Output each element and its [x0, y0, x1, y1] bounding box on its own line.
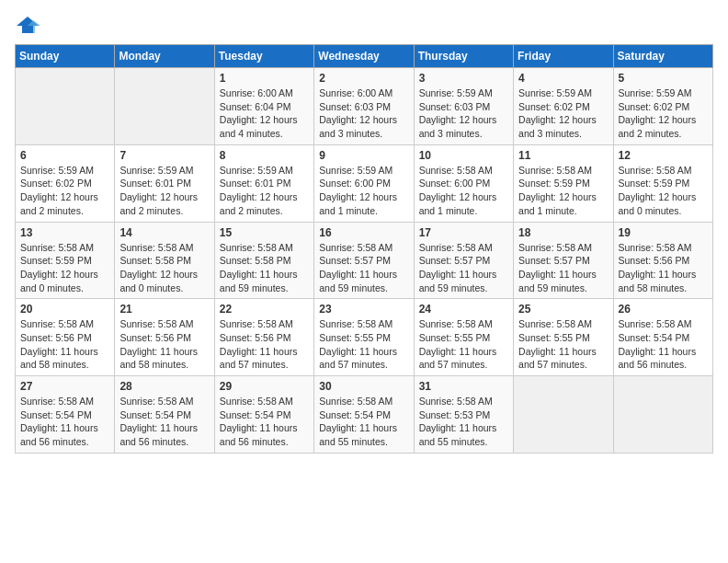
day-number: 31 — [419, 380, 508, 393]
day-info: Sunrise: 5:58 AM Sunset: 5:54 PM Dayligh… — [220, 395, 309, 449]
calendar-cell: 18Sunrise: 5:58 AM Sunset: 5:57 PM Dayli… — [514, 222, 613, 299]
day-info: Sunrise: 5:58 AM Sunset: 5:59 PM Dayligh… — [619, 164, 708, 218]
day-info: Sunrise: 6:00 AM Sunset: 6:03 PM Dayligh… — [319, 86, 408, 141]
day-number: 26 — [619, 303, 708, 316]
page-header — [15, 15, 713, 35]
calendar-cell: 29Sunrise: 5:58 AM Sunset: 5:54 PM Dayli… — [214, 376, 313, 454]
week-row-4: 27Sunrise: 5:58 AM Sunset: 5:54 PM Dayli… — [16, 376, 713, 454]
day-number: 19 — [619, 226, 708, 239]
day-info: Sunrise: 5:58 AM Sunset: 5:59 PM Dayligh… — [518, 164, 608, 218]
day-number: 8 — [220, 149, 309, 162]
logo-icon — [15, 15, 40, 35]
day-number: 5 — [619, 72, 708, 85]
calendar-cell: 2Sunrise: 6:00 AM Sunset: 6:03 PM Daylig… — [314, 68, 414, 145]
day-header-saturday: Saturday — [613, 45, 712, 68]
day-info: Sunrise: 5:58 AM Sunset: 5:54 PM Dayligh… — [119, 395, 209, 449]
day-number: 14 — [119, 226, 209, 239]
day-info: Sunrise: 5:59 AM Sunset: 6:01 PM Dayligh… — [119, 164, 209, 218]
day-info: Sunrise: 5:59 AM Sunset: 6:01 PM Dayligh… — [220, 164, 309, 218]
day-number: 23 — [319, 303, 408, 316]
calendar-cell: 15Sunrise: 5:58 AM Sunset: 5:58 PM Dayli… — [214, 222, 313, 299]
day-info: Sunrise: 5:58 AM Sunset: 5:54 PM Dayligh… — [319, 395, 408, 449]
day-header-monday: Monday — [115, 45, 214, 68]
calendar-cell: 5Sunrise: 5:59 AM Sunset: 6:02 PM Daylig… — [613, 68, 712, 145]
calendar-table: SundayMondayTuesdayWednesdayThursdayFrid… — [15, 44, 713, 454]
logo — [15, 15, 44, 35]
week-row-0: 1Sunrise: 6:00 AM Sunset: 6:04 PM Daylig… — [16, 68, 713, 145]
calendar-cell: 8Sunrise: 5:59 AM Sunset: 6:01 PM Daylig… — [214, 144, 313, 222]
calendar-cell: 22Sunrise: 5:58 AM Sunset: 5:56 PM Dayli… — [214, 299, 313, 376]
day-number: 28 — [119, 380, 209, 393]
calendar-cell: 20Sunrise: 5:58 AM Sunset: 5:56 PM Dayli… — [16, 299, 115, 376]
day-number: 18 — [518, 226, 608, 239]
day-number: 6 — [20, 149, 109, 162]
day-info: Sunrise: 5:58 AM Sunset: 5:56 PM Dayligh… — [20, 317, 109, 372]
day-header-friday: Friday — [514, 45, 613, 68]
day-info: Sunrise: 6:00 AM Sunset: 6:04 PM Dayligh… — [220, 86, 309, 141]
calendar-cell: 31Sunrise: 5:58 AM Sunset: 5:53 PM Dayli… — [414, 376, 513, 454]
calendar-cell — [16, 68, 115, 145]
day-number: 16 — [319, 226, 408, 239]
day-number: 3 — [419, 72, 508, 85]
day-header-thursday: Thursday — [414, 45, 513, 68]
day-info: Sunrise: 5:58 AM Sunset: 5:57 PM Dayligh… — [419, 241, 508, 295]
day-number: 25 — [518, 303, 608, 316]
day-number: 27 — [20, 380, 109, 393]
day-number: 10 — [419, 149, 508, 162]
day-number: 30 — [319, 380, 408, 393]
calendar-cell — [514, 376, 613, 454]
day-number: 9 — [319, 149, 408, 162]
day-number: 22 — [220, 303, 309, 316]
calendar-cell: 11Sunrise: 5:58 AM Sunset: 5:59 PM Dayli… — [514, 144, 613, 222]
day-number: 1 — [220, 72, 309, 85]
day-info: Sunrise: 5:58 AM Sunset: 5:56 PM Dayligh… — [119, 317, 209, 372]
day-info: Sunrise: 5:58 AM Sunset: 5:58 PM Dayligh… — [119, 241, 209, 295]
calendar-cell: 9Sunrise: 5:59 AM Sunset: 6:00 PM Daylig… — [314, 144, 414, 222]
calendar-cell: 14Sunrise: 5:58 AM Sunset: 5:58 PM Dayli… — [115, 222, 214, 299]
day-info: Sunrise: 5:58 AM Sunset: 5:57 PM Dayligh… — [518, 241, 608, 295]
day-header-tuesday: Tuesday — [214, 45, 313, 68]
calendar-cell: 16Sunrise: 5:58 AM Sunset: 5:57 PM Dayli… — [314, 222, 414, 299]
day-number: 21 — [119, 303, 209, 316]
calendar-cell: 21Sunrise: 5:58 AM Sunset: 5:56 PM Dayli… — [115, 299, 214, 376]
calendar-cell — [613, 376, 712, 454]
calendar-cell: 24Sunrise: 5:58 AM Sunset: 5:55 PM Dayli… — [414, 299, 513, 376]
calendar-cell: 1Sunrise: 6:00 AM Sunset: 6:04 PM Daylig… — [214, 68, 313, 145]
day-number: 7 — [119, 149, 209, 162]
calendar-cell: 23Sunrise: 5:58 AM Sunset: 5:55 PM Dayli… — [314, 299, 414, 376]
day-number: 17 — [419, 226, 508, 239]
day-number: 11 — [518, 149, 608, 162]
day-info: Sunrise: 5:58 AM Sunset: 5:55 PM Dayligh… — [319, 317, 408, 372]
calendar-cell: 28Sunrise: 5:58 AM Sunset: 5:54 PM Dayli… — [115, 376, 214, 454]
day-info: Sunrise: 5:59 AM Sunset: 6:03 PM Dayligh… — [419, 86, 508, 141]
day-header-wednesday: Wednesday — [314, 45, 414, 68]
day-number: 13 — [20, 226, 109, 239]
calendar-cell: 25Sunrise: 5:58 AM Sunset: 5:55 PM Dayli… — [514, 299, 613, 376]
day-info: Sunrise: 5:58 AM Sunset: 6:00 PM Dayligh… — [419, 164, 508, 218]
day-number: 2 — [319, 72, 408, 85]
calendar-cell: 13Sunrise: 5:58 AM Sunset: 5:59 PM Dayli… — [16, 222, 115, 299]
day-info: Sunrise: 5:58 AM Sunset: 5:59 PM Dayligh… — [20, 241, 109, 295]
calendar-cell: 30Sunrise: 5:58 AM Sunset: 5:54 PM Dayli… — [314, 376, 414, 454]
day-info: Sunrise: 5:58 AM Sunset: 5:56 PM Dayligh… — [619, 241, 708, 295]
day-info: Sunrise: 5:58 AM Sunset: 5:58 PM Dayligh… — [220, 241, 309, 295]
day-number: 15 — [220, 226, 309, 239]
day-info: Sunrise: 5:59 AM Sunset: 6:02 PM Dayligh… — [518, 86, 608, 141]
week-row-2: 13Sunrise: 5:58 AM Sunset: 5:59 PM Dayli… — [16, 222, 713, 299]
day-header-sunday: Sunday — [16, 45, 115, 68]
calendar-header-row: SundayMondayTuesdayWednesdayThursdayFrid… — [16, 45, 713, 68]
day-info: Sunrise: 5:59 AM Sunset: 6:00 PM Dayligh… — [319, 164, 408, 218]
day-number: 12 — [619, 149, 708, 162]
calendar-cell: 3Sunrise: 5:59 AM Sunset: 6:03 PM Daylig… — [414, 68, 513, 145]
calendar-cell: 6Sunrise: 5:59 AM Sunset: 6:02 PM Daylig… — [16, 144, 115, 222]
day-info: Sunrise: 5:58 AM Sunset: 5:57 PM Dayligh… — [319, 241, 408, 295]
calendar-cell: 27Sunrise: 5:58 AM Sunset: 5:54 PM Dayli… — [16, 376, 115, 454]
day-info: Sunrise: 5:58 AM Sunset: 5:54 PM Dayligh… — [619, 317, 708, 372]
day-info: Sunrise: 5:59 AM Sunset: 6:02 PM Dayligh… — [619, 86, 708, 141]
calendar-cell: 7Sunrise: 5:59 AM Sunset: 6:01 PM Daylig… — [115, 144, 214, 222]
day-number: 29 — [220, 380, 309, 393]
calendar-cell: 26Sunrise: 5:58 AM Sunset: 5:54 PM Dayli… — [613, 299, 712, 376]
day-number: 20 — [20, 303, 109, 316]
day-info: Sunrise: 5:58 AM Sunset: 5:56 PM Dayligh… — [220, 317, 309, 372]
calendar-cell: 4Sunrise: 5:59 AM Sunset: 6:02 PM Daylig… — [514, 68, 613, 145]
